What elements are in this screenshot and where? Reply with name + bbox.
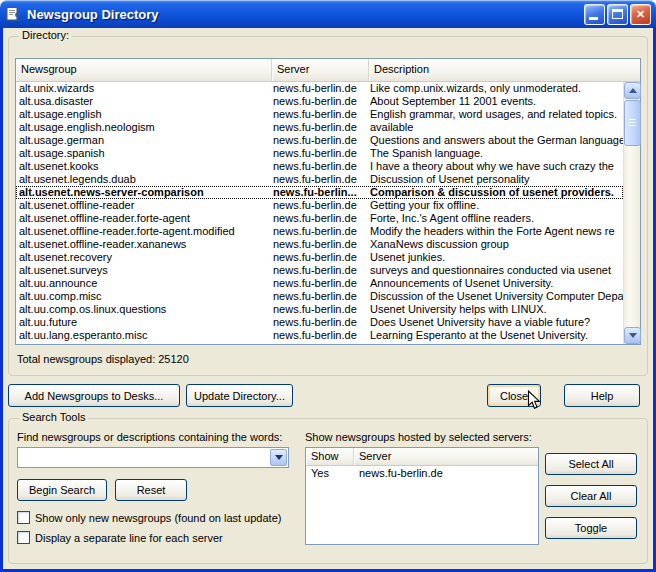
checkbox-icon[interactable] [17,511,30,524]
combobox-dropdown-button[interactable] [270,449,287,466]
cell-description: The Spanish language. [369,147,623,160]
table-row[interactable]: alt.usenet.surveysnews.fu-berlin.desurve… [16,264,623,277]
toggle-button[interactable]: Toggle [545,517,637,539]
table-row[interactable]: alt.usenet.offline-reader.forte-agentnew… [16,212,623,225]
cell-description: Does Usenet University have a viable fut… [369,316,623,329]
table-row[interactable]: alt.uu.lang.esperanto.miscnews.fu-berlin… [16,329,623,342]
newsgroup-directory-window: Newsgroup Directory ✕ Directory: Newsgro… [0,0,656,572]
cell-newsgroup: alt.usenet.offline-reader.forte-agent.mo… [16,225,272,238]
column-header-newsgroup[interactable]: Newsgroup [16,59,272,81]
table-row[interactable]: alt.uu.comp.os.linux.questionsnews.fu-be… [16,303,623,316]
table-row[interactable]: alt.usenet.legends.duabnews.fu-berlin.de… [16,173,623,186]
cell-description: XanaNews discussion group [369,238,623,251]
find-words-label: Find newsgroups or descriptions containi… [17,431,282,443]
cell-server: news.fu-berlin.de [272,82,369,95]
cell-newsgroup: alt.usenet.offline-reader.forte-agent [16,212,272,225]
table-row[interactable]: alt.usenet.news-server-comparisonnews.fu… [16,186,623,199]
table-row[interactable]: alt.uu.comp.miscnews.fu-berlin.deDiscuss… [16,290,623,303]
cell-newsgroup: alt.uu.future [16,316,272,329]
select-all-button[interactable]: Select All [545,453,637,475]
table-row[interactable]: alt.uu.futurenews.fu-berlin.deDoes Usene… [16,316,623,329]
table-row[interactable]: alt.usage.germannews.fu-berlin.deQuestio… [16,134,623,147]
table-header: Newsgroup Server Description [16,59,640,82]
cell-description: Like comp.unix.wizards, only unmoderated… [369,82,623,95]
cell-server: news.fu-berlin.de [272,277,369,290]
cell-newsgroup: alt.usage.german [16,134,272,147]
cell-server: news.fu-berlin.de [272,199,369,212]
column-header-server-name[interactable]: Server [354,448,538,465]
cell-server: news.fu-berlin.de [272,173,369,186]
server-row[interactable]: Yes news.fu-berlin.de [306,466,538,481]
table-row[interactable]: alt.usenet.offline-reader.xananewsnews.f… [16,238,623,251]
cell-newsgroup: alt.uu.comp.misc [16,290,272,303]
show-new-only-label: Show only new newsgroups (found on last … [35,512,281,524]
cell-description: Usenet University helps with LINUX. [369,303,623,316]
search-words-input[interactable] [18,448,269,467]
cell-server: news.fu-berlin.de [272,329,369,342]
cell-newsgroup: alt.uu.comp.os.linux.questions [16,303,272,316]
directory-rows: alt.unix.wizardsnews.fu-berlin.deLike co… [16,82,623,344]
title-bar[interactable]: Newsgroup Directory ✕ [0,0,656,28]
column-header-server[interactable]: Server [272,59,369,81]
table-row[interactable]: alt.usage.englishnews.fu-berlin.deEnglis… [16,108,623,121]
cell-server: news.fu-berlin.de [272,121,369,134]
close-window-button[interactable]: ✕ [630,4,651,25]
table-row[interactable]: alt.usenet.offline-reader.forte-agent.mo… [16,225,623,238]
cell-newsgroup: alt.usage.english [16,108,272,121]
cell-newsgroup: alt.uu.lang.esperanto.misc [16,329,272,342]
server-name-cell: news.fu-berlin.de [354,466,538,481]
directory-group-label: Directory: [19,29,72,41]
cell-description: English grammar, word usages, and relate… [369,108,623,121]
cell-newsgroup: alt.usenet.news-server-comparison [16,186,272,199]
table-row[interactable]: alt.usenet.offline-readernews.fu-berlin.… [16,199,623,212]
table-row[interactable]: alt.usenet.recoverynews.fu-berlin.deUsen… [16,251,623,264]
separate-line-checkbox-row[interactable]: Display a separate line for each server [17,531,223,544]
cell-server: news.fu-berlin.de [272,134,369,147]
directory-group: Directory: Newsgroup Server Description … [8,36,648,376]
cell-newsgroup: alt.unix.wizards [16,82,272,95]
dialog-body: Directory: Newsgroup Server Description … [0,28,656,572]
app-icon [5,5,23,23]
vertical-scrollbar[interactable] [623,82,640,344]
cell-server: news.fu-berlin.de [272,225,369,238]
server-show-cell: Yes [306,466,354,481]
cell-newsgroup: alt.usenet.kooks [16,160,272,173]
checkbox-icon[interactable] [17,531,30,544]
table-row[interactable]: alt.uu.announcenews.fu-berlin.deAnnounce… [16,277,623,290]
help-button[interactable]: Help [564,384,640,407]
table-row[interactable]: alt.usenet.kooksnews.fu-berlin.deI have … [16,160,623,173]
cell-newsgroup: alt.usenet.offline-reader [16,199,272,212]
minimize-button[interactable] [584,4,605,25]
search-words-combobox[interactable] [17,447,289,468]
column-header-description[interactable]: Description [369,59,640,81]
cell-description: Announcements of Usenet University. [369,277,623,290]
arrow-down-icon [629,333,637,338]
cell-description: I have a theory about why we have such c… [369,160,623,173]
table-row[interactable]: alt.usa.disasternews.fu-berlin.deAbout S… [16,95,623,108]
total-newsgroups-label: Total newsgroups displayed: 25120 [17,353,189,365]
cell-server: news.fu-berlin.de [272,95,369,108]
cell-newsgroup: alt.usenet.legends.duab [16,173,272,186]
cell-description: Discussion of the Usenet University Comp… [369,290,623,303]
table-row[interactable]: alt.unix.wizardsnews.fu-berlin.deLike co… [16,82,623,95]
table-row[interactable]: alt.usage.english.neologismnews.fu-berli… [16,121,623,134]
scroll-up-button[interactable] [624,82,641,99]
update-directory-button[interactable]: Update Directory... [186,384,293,407]
cell-server: news.fu-berlin.de [272,160,369,173]
scroll-down-button[interactable] [624,327,641,344]
arrow-up-icon [629,88,637,93]
cell-server: news.fu-berlin... [272,186,369,199]
cell-server: news.fu-berlin.de [272,212,369,225]
newsgroup-table: Newsgroup Server Description alt.unix.wi… [15,58,641,345]
reset-button[interactable]: Reset [115,479,187,501]
cell-description: Learning Esperanto at the Usenet Univers… [369,329,623,342]
table-row[interactable]: alt.usage.spanishnews.fu-berlin.deThe Sp… [16,147,623,160]
add-newsgroups-button[interactable]: Add Newsgroups to Desks... [8,384,180,407]
column-header-show[interactable]: Show [306,448,354,465]
scrollbar-thumb[interactable] [624,100,641,146]
cell-description: Modify the headers within the Forte Agen… [369,225,623,238]
show-new-only-checkbox-row[interactable]: Show only new newsgroups (found on last … [17,511,281,524]
begin-search-button[interactable]: Begin Search [17,479,107,501]
maximize-button[interactable] [607,4,628,25]
clear-all-button[interactable]: Clear All [545,485,637,507]
